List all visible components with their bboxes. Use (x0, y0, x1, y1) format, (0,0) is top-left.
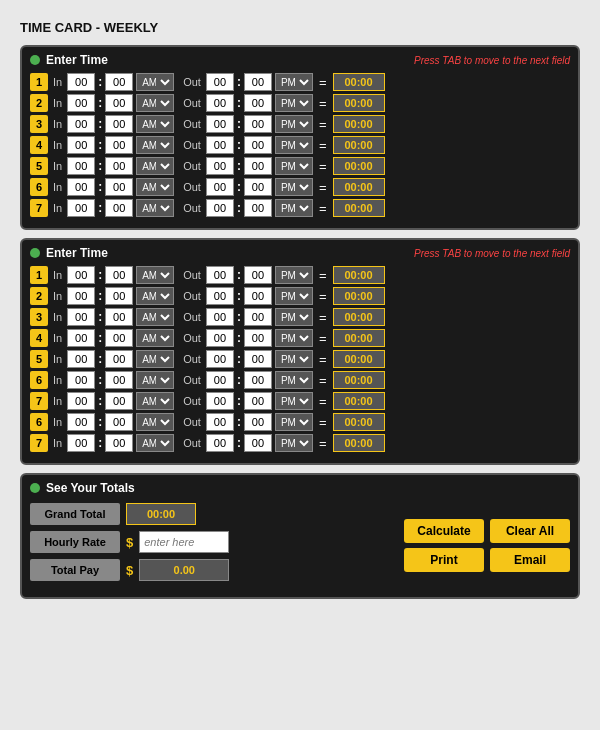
sec1-out-hour-6[interactable] (206, 178, 234, 196)
sec2-in-min-8[interactable] (105, 413, 133, 431)
sec1-out-min-6[interactable] (244, 178, 272, 196)
sec1-in-min-6[interactable] (105, 178, 133, 196)
sec2-in-ampm-6[interactable]: AM PM (136, 371, 174, 389)
sec2-out-hour-5[interactable] (206, 350, 234, 368)
sec2-in-hour-9[interactable] (67, 434, 95, 452)
sec2-in-ampm-3[interactable]: AM PM (136, 308, 174, 326)
sec1-out-hour-3[interactable] (206, 115, 234, 133)
sec1-out-ampm-6[interactable]: AM PM (275, 178, 313, 196)
sec2-in-ampm-8[interactable]: AM PM (136, 413, 174, 431)
sec1-in-hour-7[interactable] (67, 199, 95, 217)
sec2-in-hour-2[interactable] (67, 287, 95, 305)
sec2-in-ampm-4[interactable]: AM PM (136, 329, 174, 347)
sec1-in-ampm-7[interactable]: AM PM (136, 199, 174, 217)
sec2-in-min-4[interactable] (105, 329, 133, 347)
sec1-in-min-7[interactable] (105, 199, 133, 217)
sec2-out-ampm-7[interactable]: AM PM (275, 392, 313, 410)
sec2-out-hour-6[interactable] (206, 371, 234, 389)
sec2-out-ampm-5[interactable]: AM PM (275, 350, 313, 368)
sec1-in-hour-6[interactable] (67, 178, 95, 196)
sec2-out-min-5[interactable] (244, 350, 272, 368)
sec2-out-ampm-3[interactable]: AM PM (275, 308, 313, 326)
sec2-in-hour-4[interactable] (67, 329, 95, 347)
sec1-in-ampm-1[interactable]: AM PM (136, 73, 174, 91)
sec1-out-hour-7[interactable] (206, 199, 234, 217)
sec1-out-min-5[interactable] (244, 157, 272, 175)
sec2-out-hour-7[interactable] (206, 392, 234, 410)
sec2-out-min-7[interactable] (244, 392, 272, 410)
sec2-out-min-9[interactable] (244, 434, 272, 452)
calculate-button[interactable]: Calculate (404, 519, 484, 543)
sec2-out-ampm-4[interactable]: AM PM (275, 329, 313, 347)
sec1-in-ampm-2[interactable]: AM PM (136, 94, 174, 112)
sec1-in-min-1[interactable] (105, 73, 133, 91)
sec2-in-min-5[interactable] (105, 350, 133, 368)
sec1-in-min-5[interactable] (105, 157, 133, 175)
sec2-in-ampm-9[interactable]: AM PM (136, 434, 174, 452)
sec2-out-ampm-1[interactable]: AM PM (275, 266, 313, 284)
sec1-in-hour-1[interactable] (67, 73, 95, 91)
sec1-in-ampm-4[interactable]: AM PM (136, 136, 174, 154)
sec2-out-ampm-2[interactable]: AM PM (275, 287, 313, 305)
sec2-out-ampm-8[interactable]: AM PM (275, 413, 313, 431)
sec2-in-hour-5[interactable] (67, 350, 95, 368)
sec1-out-min-1[interactable] (244, 73, 272, 91)
clear-all-button[interactable]: Clear All (490, 519, 570, 543)
sec1-out-hour-2[interactable] (206, 94, 234, 112)
hourly-rate-input[interactable] (139, 531, 229, 553)
sec2-out-hour-1[interactable] (206, 266, 234, 284)
sec2-out-min-2[interactable] (244, 287, 272, 305)
sec1-in-hour-2[interactable] (67, 94, 95, 112)
sec1-out-min-7[interactable] (244, 199, 272, 217)
sec2-in-hour-1[interactable] (67, 266, 95, 284)
sec2-in-min-6[interactable] (105, 371, 133, 389)
sec2-out-hour-4[interactable] (206, 329, 234, 347)
sec1-in-ampm-5[interactable]: AM PM (136, 157, 174, 175)
sec2-in-min-9[interactable] (105, 434, 133, 452)
sec1-out-hour-1[interactable] (206, 73, 234, 91)
sec2-in-min-2[interactable] (105, 287, 133, 305)
sec2-in-min-7[interactable] (105, 392, 133, 410)
sec2-in-min-3[interactable] (105, 308, 133, 326)
sec2-out-min-1[interactable] (244, 266, 272, 284)
sec1-out-hour-5[interactable] (206, 157, 234, 175)
sec2-in-ampm-2[interactable]: AM PM (136, 287, 174, 305)
sec1-in-hour-4[interactable] (67, 136, 95, 154)
sec2-in-ampm-7[interactable]: AM PM (136, 392, 174, 410)
sec2-in-min-1[interactable] (105, 266, 133, 284)
sec1-out-ampm-7[interactable]: AM PM (275, 199, 313, 217)
sec2-out-min-6[interactable] (244, 371, 272, 389)
sec1-out-min-2[interactable] (244, 94, 272, 112)
email-button[interactable]: Email (490, 548, 570, 572)
sec1-in-hour-5[interactable] (67, 157, 95, 175)
sec1-in-ampm-6[interactable]: AM PM (136, 178, 174, 196)
sec1-in-min-2[interactable] (105, 94, 133, 112)
sec1-in-min-4[interactable] (105, 136, 133, 154)
sec1-in-hour-3[interactable] (67, 115, 95, 133)
sec1-in-min-3[interactable] (105, 115, 133, 133)
sec1-out-ampm-4[interactable]: AM PM (275, 136, 313, 154)
sec2-out-hour-3[interactable] (206, 308, 234, 326)
sec1-out-min-4[interactable] (244, 136, 272, 154)
sec2-in-hour-7[interactable] (67, 392, 95, 410)
sec2-in-hour-6[interactable] (67, 371, 95, 389)
sec1-out-hour-4[interactable] (206, 136, 234, 154)
sec2-out-hour-2[interactable] (206, 287, 234, 305)
sec2-out-ampm-9[interactable]: AM PM (275, 434, 313, 452)
sec1-in-ampm-3[interactable]: AM PM (136, 115, 174, 133)
sec2-in-ampm-1[interactable]: AM PM (136, 266, 174, 284)
sec2-out-hour-9[interactable] (206, 434, 234, 452)
sec2-out-min-8[interactable] (244, 413, 272, 431)
sec2-out-min-3[interactable] (244, 308, 272, 326)
sec1-out-ampm-3[interactable]: AM PM (275, 115, 313, 133)
sec2-out-min-4[interactable] (244, 329, 272, 347)
sec2-out-ampm-6[interactable]: AM PM (275, 371, 313, 389)
sec2-in-hour-3[interactable] (67, 308, 95, 326)
sec1-out-ampm-2[interactable]: AM PM (275, 94, 313, 112)
sec2-in-hour-8[interactable] (67, 413, 95, 431)
sec1-out-min-3[interactable] (244, 115, 272, 133)
sec1-out-ampm-1[interactable]: AM PM (275, 73, 313, 91)
print-button[interactable]: Print (404, 548, 484, 572)
sec2-in-ampm-5[interactable]: AM PM (136, 350, 174, 368)
sec1-out-ampm-5[interactable]: AM PM (275, 157, 313, 175)
